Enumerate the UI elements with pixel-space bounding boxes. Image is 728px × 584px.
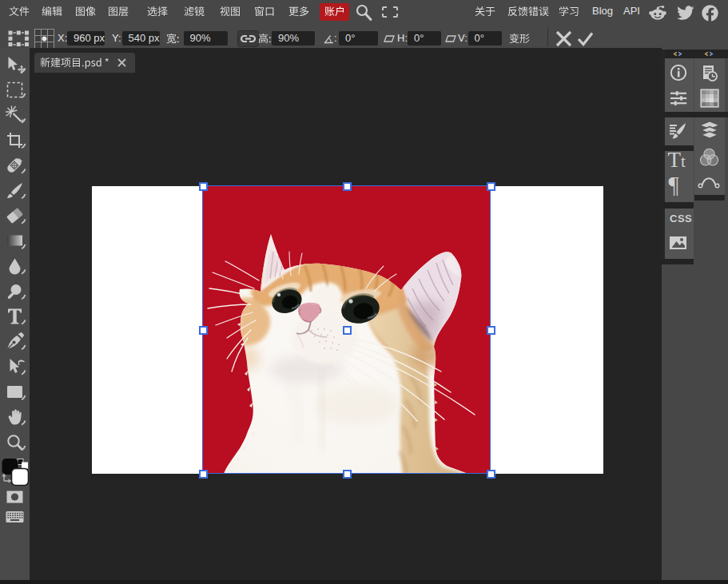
svg-text:¶: ¶ — [669, 172, 679, 197]
svg-text:CSS: CSS — [670, 213, 692, 224]
svg-text:t: t — [681, 152, 686, 171]
svg-text:T: T — [668, 148, 682, 172]
